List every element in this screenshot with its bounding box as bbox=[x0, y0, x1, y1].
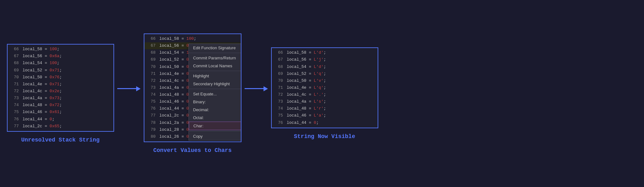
menu-separator bbox=[189, 53, 241, 53]
code-text: local_4c = 0x2e; bbox=[23, 88, 62, 94]
code-text: local_52 = L'q'; bbox=[287, 71, 326, 77]
code-value: 0x65 bbox=[49, 124, 59, 129]
context-menu[interactable]: Edit Function SignatureCommit Params/Ret… bbox=[189, 44, 241, 141]
right-panel-label: String Now Visible bbox=[294, 133, 355, 140]
code-text: local_58 = 100; bbox=[160, 36, 196, 42]
menu-separator bbox=[189, 89, 241, 89]
code-line: 74local_48 = 0x72; bbox=[8, 102, 113, 109]
line-number: 72 bbox=[274, 92, 283, 98]
menu-item-label: Set Equate... bbox=[193, 92, 217, 96]
code-line: 67local_56 = 0x6a; bbox=[8, 53, 113, 60]
code-line: 70local_50 = 0x76; bbox=[8, 74, 113, 81]
code-value: L'.' bbox=[314, 92, 323, 97]
code-value: 0 bbox=[314, 120, 316, 125]
code-text: local_48 = 0x72; bbox=[23, 102, 62, 108]
code-value: 0x72 bbox=[49, 103, 59, 107]
line-number: 71 bbox=[10, 81, 19, 87]
menu-item[interactable]: Binary:0b01101010 bbox=[189, 98, 241, 106]
code-line: 73local_4a = L's'; bbox=[272, 98, 378, 105]
line-number: 74 bbox=[10, 102, 19, 108]
main-container: 66local_58 = 100;67local_56 = 0x6a;68loc… bbox=[7, 33, 637, 154]
menu-item-label: Edit Function Signature bbox=[193, 45, 236, 50]
code-text: local_44 = 0; bbox=[160, 106, 191, 112]
code-value: L'j' bbox=[314, 57, 323, 62]
code-line: 70local_50 = L'v'; bbox=[272, 77, 378, 84]
menu-item-label: Char: bbox=[194, 124, 204, 128]
code-text: local_50 = 0x76; bbox=[23, 74, 62, 81]
line-number: 75 bbox=[10, 109, 19, 115]
code-value: 100 bbox=[186, 36, 194, 41]
menu-item[interactable]: Decimal:106 bbox=[189, 106, 241, 114]
code-line: 73local_4a = 0x73; bbox=[8, 95, 113, 102]
code-value: L'q' bbox=[314, 71, 323, 76]
menu-item[interactable]: Highlight› bbox=[189, 72, 241, 80]
middle-code-box: 66local_58 = 100;67local_56 = 0x668local… bbox=[144, 33, 241, 142]
code-line: 77local_2c = 0x65; bbox=[8, 123, 113, 130]
code-line: 72local_4c = L'.'; bbox=[272, 91, 378, 98]
code-text: local_4e = L'q'; bbox=[287, 85, 326, 91]
code-line: 74local_48 = L'r'; bbox=[272, 105, 378, 112]
line-number: 78 bbox=[147, 120, 156, 126]
code-line: 69local_52 = L'q'; bbox=[272, 70, 378, 77]
arrow-middle-right bbox=[241, 86, 271, 91]
code-value: L'v' bbox=[314, 78, 323, 83]
line-number: 67 bbox=[274, 57, 283, 63]
right-code-box: 66local_58 = L'd';67local_56 = L'j';68lo… bbox=[271, 47, 378, 128]
code-value: 0x73 bbox=[49, 96, 59, 100]
line-number: 72 bbox=[10, 88, 19, 94]
code-line: 75local_46 = 0x61; bbox=[8, 109, 113, 116]
line-number: 72 bbox=[147, 78, 156, 84]
code-text: local_46 = 0x61; bbox=[23, 109, 62, 115]
menu-item[interactable]: Commit Params/ReturnP bbox=[189, 54, 241, 62]
code-line: 76local_44 = 0; bbox=[8, 116, 113, 123]
code-line: 71local_4e = 0x71; bbox=[8, 81, 113, 88]
code-text: local_58 = L'd'; bbox=[287, 50, 326, 56]
left-code-box: 66local_58 = 100;67local_56 = 0x6a;68loc… bbox=[7, 44, 114, 132]
code-text: local_54 = 100; bbox=[23, 60, 60, 66]
arrow-head-2 bbox=[264, 86, 268, 91]
code-value: 0x6a bbox=[49, 54, 59, 58]
arrow-shape-2 bbox=[245, 86, 268, 91]
code-value: 0x71 bbox=[49, 68, 59, 73]
line-number: 68 bbox=[274, 64, 283, 70]
code-text: local_4a = L's'; bbox=[287, 99, 326, 105]
arrow-head bbox=[136, 86, 141, 91]
code-value: L'q' bbox=[314, 85, 323, 90]
code-value: L'd' bbox=[314, 64, 323, 69]
code-line: 68local_54 = L'd'; bbox=[272, 63, 378, 70]
menu-item[interactable]: Char:L'j' bbox=[189, 122, 241, 130]
code-text: local_44 = 0; bbox=[287, 120, 319, 126]
line-number: 66 bbox=[10, 46, 19, 52]
line-number: 66 bbox=[147, 36, 156, 42]
menu-item[interactable]: Set Equate...E bbox=[189, 90, 241, 98]
line-number: 80 bbox=[147, 134, 156, 140]
menu-item[interactable]: Commit Local Names bbox=[189, 62, 241, 70]
menu-item[interactable]: Secondary Highlight› bbox=[189, 80, 241, 88]
line-number: 70 bbox=[10, 74, 19, 81]
line-number: 71 bbox=[147, 71, 156, 77]
menu-item-label: Decimal: bbox=[193, 107, 209, 112]
code-line: 66local_58 = 100; bbox=[8, 46, 113, 53]
code-line: 69local_52 = 0x71; bbox=[8, 67, 113, 74]
left-code-content: 66local_58 = 100;67local_56 = 0x6a;68loc… bbox=[8, 45, 113, 131]
line-number: 66 bbox=[274, 50, 283, 56]
arrow-left-middle bbox=[114, 86, 144, 91]
menu-item-label: Highlight bbox=[193, 74, 209, 78]
menu-item-label: Copy bbox=[193, 134, 203, 139]
code-text: local_54 = L'd'; bbox=[287, 64, 326, 70]
code-line: 72local_4c = 0x2e; bbox=[8, 88, 113, 95]
menu-item[interactable]: CopyCtrl+C bbox=[189, 132, 241, 140]
menu-separator bbox=[189, 131, 241, 131]
code-line: 76local_44 = 0; bbox=[272, 119, 378, 126]
menu-item-label: Secondary Highlight bbox=[193, 81, 230, 86]
line-number: 67 bbox=[10, 53, 19, 59]
middle-panel: 66local_58 = 100;67local_56 = 0x668local… bbox=[144, 33, 241, 154]
line-number: 76 bbox=[10, 116, 19, 123]
code-line: 75local_46 = L'a'; bbox=[272, 112, 378, 119]
arrow-line-2 bbox=[245, 88, 264, 89]
menu-item[interactable]: Edit Function Signature bbox=[189, 44, 241, 52]
menu-item[interactable]: Octal:0152 bbox=[189, 114, 241, 122]
code-value: 0x76 bbox=[49, 75, 59, 80]
line-number: 70 bbox=[274, 78, 283, 84]
line-number: 75 bbox=[274, 112, 283, 119]
